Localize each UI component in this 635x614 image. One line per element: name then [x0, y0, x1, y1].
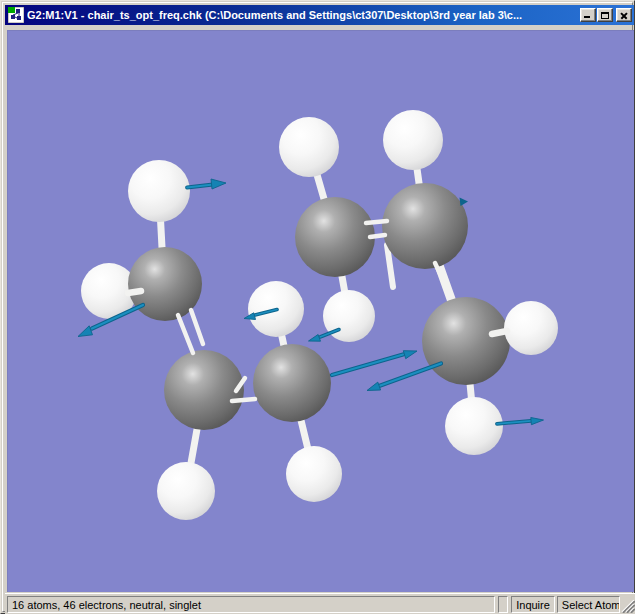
- atom-C5[interactable]: [382, 183, 468, 269]
- atom-H4a[interactable]: [279, 117, 339, 177]
- molecule-canvas[interactable]: [8, 31, 635, 593]
- bond-stub: [128, 291, 141, 293]
- bond-stub: [232, 399, 255, 401]
- atom-C4[interactable]: [295, 197, 375, 277]
- minimize-button[interactable]: [580, 8, 596, 22]
- status-selection: Select Atom 1: [557, 596, 620, 613]
- status-spacer: [498, 596, 508, 613]
- vibration-arrow: [187, 179, 226, 189]
- status-mode: Inquire: [511, 596, 555, 613]
- status-bar: 16 atoms, 46 electrons, neutral, singlet…: [5, 593, 635, 614]
- resize-grip[interactable]: [621, 597, 635, 613]
- atom-H2[interactable]: [157, 462, 215, 520]
- molecule-viewport[interactable]: [7, 30, 634, 592]
- atom-H3b[interactable]: [286, 446, 342, 502]
- atom-H6a[interactable]: [504, 301, 558, 355]
- vibration-arrow: [497, 418, 544, 425]
- window-frame: G2:M1:V1 - chair_ts_opt_freq.chk (C:\Doc…: [2, 2, 633, 612]
- title-bar[interactable]: G2:M1:V1 - chair_ts_opt_freq.chk (C:\Doc…: [5, 5, 634, 25]
- vibration-arrow: [367, 364, 441, 391]
- arrow-head-icon: [309, 335, 321, 342]
- bond-stub: [178, 315, 193, 353]
- arrow-head-icon: [531, 418, 544, 425]
- vibration-arrow: [332, 351, 417, 375]
- bond-stub: [366, 221, 387, 223]
- atom-C2[interactable]: [164, 350, 244, 430]
- window-title: G2:M1:V1 - chair_ts_opt_freq.chk (C:\Doc…: [27, 9, 579, 21]
- gaussview-window: G2:M1:V1 - chair_ts_opt_freq.chk (C:\Doc…: [0, 0, 635, 614]
- arrow-head-fragment: [460, 198, 469, 207]
- window-controls: [579, 8, 632, 22]
- arrow-head-icon: [211, 179, 226, 189]
- status-message: 16 atoms, 46 electrons, neutral, singlet: [7, 596, 495, 613]
- bond-stub: [370, 235, 385, 237]
- atom-H1a[interactable]: [128, 160, 190, 222]
- maximize-button[interactable]: [597, 8, 613, 22]
- minimize-icon: [584, 16, 590, 18]
- atoms-layer: [81, 110, 558, 520]
- maximize-icon: [601, 12, 609, 19]
- app-icon: [8, 7, 24, 23]
- atom-H6b[interactable]: [445, 397, 503, 455]
- bond-stub: [492, 331, 507, 334]
- atom-H5[interactable]: [383, 110, 443, 170]
- atom-C3[interactable]: [253, 344, 331, 422]
- atom-C6[interactable]: [422, 297, 510, 385]
- arrow-head-icon: [367, 382, 381, 390]
- bond-stub: [191, 310, 203, 344]
- arrow-head-icon: [403, 351, 417, 359]
- close-button[interactable]: [616, 8, 632, 22]
